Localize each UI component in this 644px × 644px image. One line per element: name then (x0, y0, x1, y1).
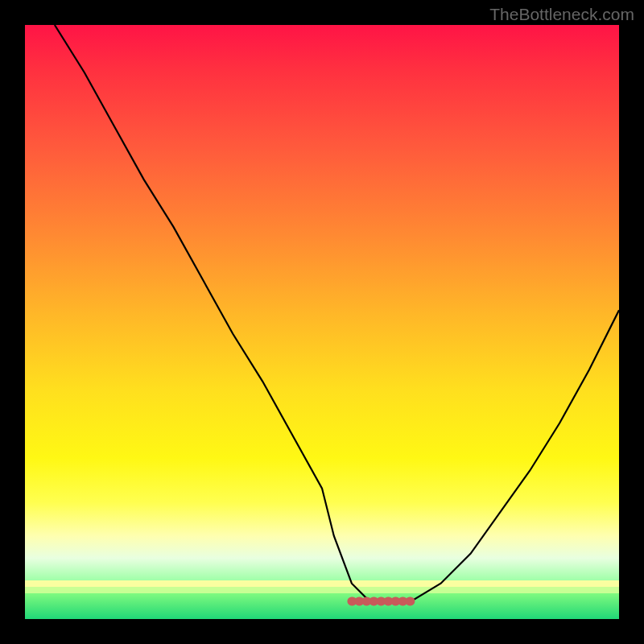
chart-plot-area (25, 25, 619, 619)
watermark-text: TheBottleneck.com (489, 5, 634, 24)
bottleneck-curve (55, 25, 619, 601)
bottleneck-curve-svg (25, 25, 619, 619)
